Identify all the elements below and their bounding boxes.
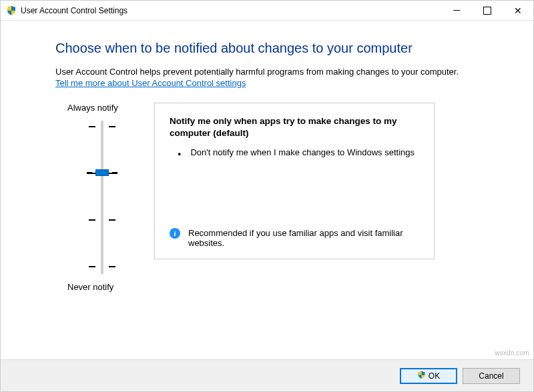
slider-bottom-label: Never notify — [67, 282, 113, 292]
recommendation-row: i Recommended if you use familiar apps a… — [170, 228, 421, 248]
help-link[interactable]: Tell me more about User Account Control … — [55, 78, 246, 88]
cancel-button[interactable]: Cancel — [463, 368, 520, 384]
slider-tick — [89, 266, 115, 267]
window-controls: ✕ — [441, 1, 533, 20]
slider-tick — [89, 126, 115, 127]
notification-panel: Notify me only when apps try to make cha… — [154, 103, 435, 259]
uac-slider[interactable] — [82, 121, 122, 274]
page-description: User Account Control helps prevent poten… — [55, 67, 479, 77]
panel-title: Notify me only when apps try to make cha… — [170, 115, 421, 139]
page-heading: Choose when to be notified about changes… — [55, 41, 479, 56]
panel-bullet-row: ● Don't notify me when I make changes to… — [170, 147, 421, 161]
close-button[interactable]: ✕ — [503, 1, 533, 20]
bullet-icon: ● — [178, 147, 181, 161]
uac-shield-icon — [417, 371, 426, 381]
slider-column: Always notify Never notify — [55, 103, 149, 292]
slider-area: Always notify Never notify Notify me onl… — [55, 103, 479, 292]
panel-bullet-text: Don't notify me when I make changes to W… — [190, 147, 415, 161]
ok-button[interactable]: OK — [400, 368, 457, 384]
slider-track-line — [101, 121, 103, 274]
titlebar: User Account Control Settings ✕ — [1, 1, 533, 21]
button-bar: OK Cancel — [1, 359, 533, 391]
uac-shield-icon — [6, 5, 17, 16]
slider-top-label: Always notify — [67, 103, 118, 113]
watermark: wsxdn.com — [495, 349, 529, 357]
maximize-button[interactable] — [472, 1, 503, 20]
window-title: User Account Control Settings — [21, 6, 441, 15]
content-area: Choose when to be notified about changes… — [1, 21, 533, 292]
slider-thumb[interactable] — [95, 169, 109, 176]
recommendation-text: Recommended if you use familiar apps and… — [188, 228, 421, 248]
slider-tick — [89, 219, 115, 221]
info-icon: i — [170, 228, 180, 239]
ok-button-label: OK — [429, 371, 440, 381]
cancel-button-label: Cancel — [479, 371, 503, 381]
minimize-button[interactable] — [441, 1, 472, 20]
